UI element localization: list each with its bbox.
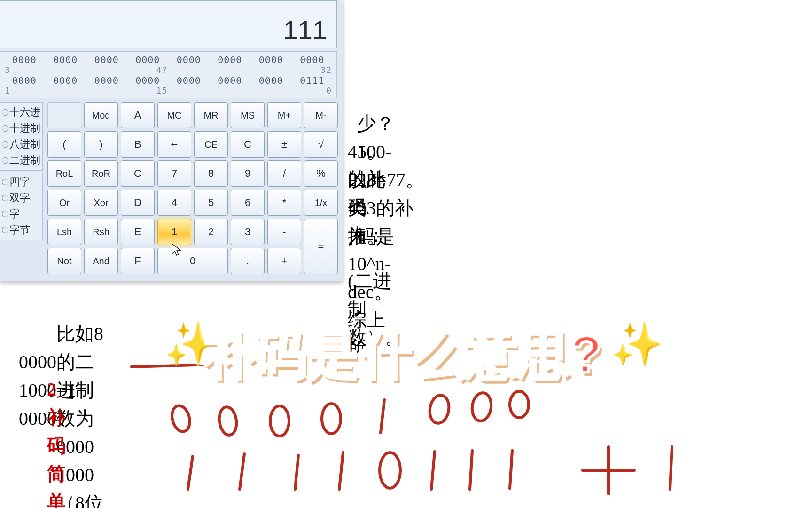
digit-6-button[interactable]: 6 (231, 190, 265, 216)
svg-point-2 (270, 406, 289, 436)
radio-icon (2, 227, 8, 233)
digit-2-button[interactable]: 2 (194, 219, 228, 245)
multiply-button[interactable]: * (267, 190, 301, 216)
mod-button[interactable]: Mod (84, 102, 118, 128)
radio-icon (2, 109, 8, 116)
decimal-button[interactable]: . (231, 248, 265, 274)
radio-label: 二进制 (9, 153, 40, 167)
calc-bits-panel: 0000 0000 0000 0000 0000 0000 0000 0000 … (0, 51, 337, 98)
svg-point-5 (470, 392, 493, 422)
radio-word[interactable]: 字 (2, 207, 40, 221)
bit-index: 47 (127, 65, 169, 75)
hex-b-button[interactable]: B (121, 131, 155, 158)
bits-group: 0000 (4, 55, 45, 65)
svg-point-0 (169, 404, 192, 433)
word-size-radio-group: 四字 双字 字 字节 (0, 172, 43, 240)
rol-button[interactable]: RoL (47, 160, 81, 187)
reciprocal-button[interactable]: 1/x (304, 190, 338, 216)
radio-icon (2, 211, 8, 217)
bits-group: 0000 (250, 55, 292, 65)
clear-button[interactable]: C (231, 131, 265, 158)
digit-8-button[interactable]: 8 (194, 160, 228, 187)
radio-icon (2, 141, 8, 148)
bits-row-2: 0000 0000 0000 0000 0000 0000 0000 0111 (4, 75, 333, 86)
digit-3-button[interactable]: 3 (231, 219, 265, 245)
equals-button[interactable]: = (304, 219, 338, 274)
digit-0-button[interactable]: 0 (157, 248, 228, 274)
svg-point-7 (380, 452, 400, 488)
ror-button[interactable]: RoR (84, 160, 118, 187)
bits-group: 0111 (292, 75, 333, 86)
not-button[interactable]: Not (47, 248, 81, 274)
radio-label: 字 (9, 207, 20, 221)
bits-index-2: 1 15 0 (4, 86, 333, 96)
ce-button[interactable]: CE (194, 131, 228, 158)
rparen-button[interactable]: ) (84, 131, 118, 158)
radio-oct[interactable]: 八进制 (2, 137, 40, 151)
bit-index: 0 (291, 86, 333, 96)
calc-display: 111 (283, 15, 327, 45)
digit-9-button[interactable]: 9 (231, 160, 265, 187)
radio-dword[interactable]: 双字 (2, 191, 40, 205)
sqrt-button[interactable]: √ (304, 131, 338, 158)
bits-group: 0000 (168, 75, 210, 86)
bits-group: 0000 (45, 55, 86, 65)
bit-index: 15 (127, 86, 169, 96)
calc-display-frame: 111 (0, 0, 337, 48)
radio-dec[interactable]: 十进制 (2, 121, 40, 135)
radio-qword[interactable]: 四字 (2, 175, 40, 189)
hex-e-button[interactable]: E (121, 219, 155, 245)
plusminus-button[interactable]: ± (267, 131, 301, 158)
bits-row-1: 0000 0000 0000 0000 0000 0000 0000 0000 (4, 55, 333, 65)
doc-line-7: 2补码简单求法 (47, 375, 66, 508)
bits-group: 0000 (292, 55, 333, 65)
percent-button[interactable]: % (304, 160, 338, 187)
mplus-button[interactable]: M+ (267, 102, 301, 128)
radio-label: 十六进 (9, 105, 40, 119)
bits-group: 0000 (127, 75, 169, 86)
add-button[interactable]: + (267, 248, 301, 274)
bits-group: 0000 (210, 55, 251, 65)
hex-a-button[interactable]: A (121, 102, 155, 128)
digit-7-button[interactable]: 7 (157, 160, 191, 187)
subtract-button[interactable]: - (267, 219, 301, 245)
mr-button[interactable]: MR (194, 102, 228, 128)
sparkle-icon: ✨ (611, 320, 664, 369)
lsh-button[interactable]: Lsh (47, 219, 81, 245)
backspace-button[interactable]: ← (157, 131, 191, 158)
radio-hex[interactable]: 十六进 (2, 105, 40, 119)
hex-c-button[interactable]: C (121, 160, 155, 187)
digit-5-button[interactable]: 5 (194, 190, 228, 216)
calc-left-column: 十六进 十进制 八进制 二进制 四字 双字 字 字节 (0, 102, 43, 274)
bits-group: 0000 (4, 75, 45, 86)
bits-group: 0000 (210, 75, 251, 86)
bit-index: 3 (4, 65, 45, 75)
divide-button[interactable]: / (267, 160, 301, 187)
bits-group: 0000 (168, 55, 210, 65)
xor-button[interactable]: Xor (84, 190, 118, 216)
cursor-icon (172, 243, 181, 256)
bit-index: 1 (4, 86, 45, 96)
radio-icon (2, 179, 8, 185)
radio-label: 四字 (9, 175, 30, 189)
svg-point-4 (428, 394, 451, 425)
and-button[interactable]: And (84, 248, 118, 274)
radio-icon (2, 157, 8, 164)
radio-byte[interactable]: 字节 (2, 223, 40, 237)
rsh-button[interactable]: Rsh (84, 219, 118, 245)
bits-group: 0000 (86, 75, 127, 86)
ms-button[interactable]: MS (231, 102, 265, 128)
mminus-button[interactable]: M- (304, 102, 338, 128)
or-button[interactable]: Or (47, 190, 81, 216)
svg-point-3 (322, 404, 341, 434)
mc-button[interactable]: MC (157, 102, 191, 128)
hex-f-button[interactable]: F (121, 248, 155, 274)
calculator-window: 111 0000 0000 0000 0000 0000 0000 0000 0… (0, 0, 343, 281)
radio-label: 字节 (9, 223, 30, 237)
hex-d-button[interactable]: D (121, 190, 155, 216)
radix-radio-group: 十六进 十进制 八进制 二进制 (0, 102, 43, 171)
digit-1-button[interactable]: 1 (157, 219, 191, 245)
lparen-button[interactable]: ( (47, 131, 81, 158)
digit-4-button[interactable]: 4 (157, 190, 191, 216)
radio-bin[interactable]: 二进制 (2, 153, 40, 167)
